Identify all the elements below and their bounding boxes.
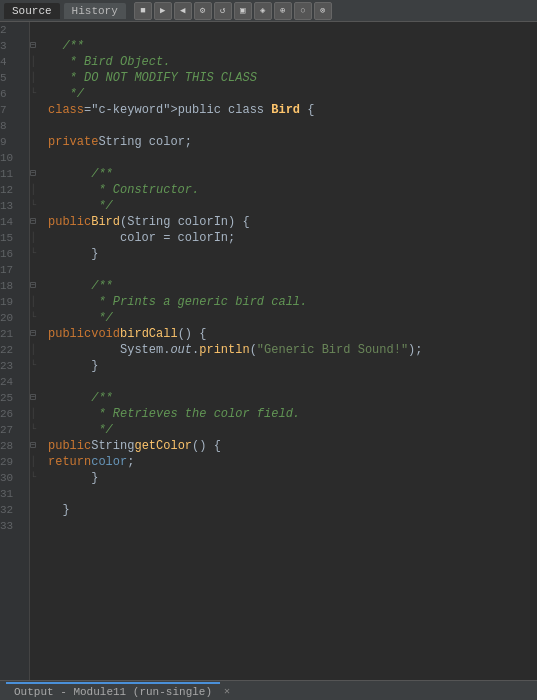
line-number: 24	[0, 374, 23, 390]
fold-marker	[30, 374, 44, 390]
editor-area: 2345678910111213141516171819202122232425…	[0, 22, 537, 680]
line-number: 7	[0, 102, 23, 118]
fold-marker: │	[30, 406, 44, 422]
code-line: color = colorIn;	[48, 230, 537, 246]
bottom-bar: Output - Module11 (run-single) ✕	[0, 680, 537, 700]
code-line	[48, 22, 537, 38]
line-numbers: 2345678910111213141516171819202122232425…	[0, 22, 30, 680]
fold-marker[interactable]: ⊟	[30, 326, 44, 342]
line-number: 17	[0, 262, 23, 278]
line-number: 21	[0, 326, 23, 342]
code-line: class="c-keyword">public class Bird {	[48, 102, 537, 118]
line-number: 30	[0, 470, 23, 486]
code-line: */	[48, 86, 537, 102]
fold-marker: └	[30, 470, 44, 486]
line-number: 25	[0, 390, 23, 406]
fold-marker	[30, 486, 44, 502]
code-line: System.out.println("Generic Bird Sound!"…	[48, 342, 537, 358]
toolbar-btn-7[interactable]: ◈	[254, 2, 272, 20]
fold-marker: └	[30, 310, 44, 326]
toolbar-btn-1[interactable]: ■	[134, 2, 152, 20]
code-line: }	[48, 246, 537, 262]
fold-marker	[30, 102, 44, 118]
fold-marker: └	[30, 358, 44, 374]
fold-marker: │	[30, 342, 44, 358]
line-number: 28	[0, 438, 23, 454]
line-number: 2	[0, 22, 23, 38]
line-number: 15	[0, 230, 23, 246]
code-line: * Prints a generic bird call.	[48, 294, 537, 310]
toolbar-btn-10[interactable]: ⊗	[314, 2, 332, 20]
line-number: 29	[0, 454, 23, 470]
fold-marker	[30, 22, 44, 38]
line-number: 18	[0, 278, 23, 294]
line-number: 11	[0, 166, 23, 182]
history-tab[interactable]: History	[64, 3, 126, 19]
toolbar-btn-5[interactable]: ↺	[214, 2, 232, 20]
source-tab[interactable]: Source	[4, 3, 60, 19]
line-number: 20	[0, 310, 23, 326]
toolbar: Source History ■ ▶ ◀ ⚙ ↺ ▣ ◈ ⊕ ○ ⊗	[0, 0, 537, 22]
code-line	[48, 374, 537, 390]
fold-marker: └	[30, 198, 44, 214]
line-number: 4	[0, 54, 23, 70]
output-tab[interactable]: Output - Module11 (run-single)	[6, 682, 220, 700]
code-line	[48, 150, 537, 166]
fold-marker	[30, 150, 44, 166]
fold-marker: │	[30, 70, 44, 86]
code-line: */	[48, 198, 537, 214]
line-number: 3	[0, 38, 23, 54]
code-content[interactable]: /** * Bird Object. * DO NOT MODIFY THIS …	[44, 22, 537, 680]
fold-marker: └	[30, 246, 44, 262]
fold-marker	[30, 262, 44, 278]
fold-marker: └	[30, 422, 44, 438]
code-line	[48, 486, 537, 502]
fold-marker: │	[30, 454, 44, 470]
code-line: * Retrieves the color field.	[48, 406, 537, 422]
toolbar-btn-2[interactable]: ▶	[154, 2, 172, 20]
line-number: 23	[0, 358, 23, 374]
fold-marker	[30, 502, 44, 518]
line-number: 27	[0, 422, 23, 438]
code-line: public Bird(String colorIn) {	[48, 214, 537, 230]
code-line: */	[48, 422, 537, 438]
line-number: 32	[0, 502, 23, 518]
fold-marker[interactable]: ⊟	[30, 278, 44, 294]
line-number: 6	[0, 86, 23, 102]
line-number: 9	[0, 134, 23, 150]
fold-marker	[30, 118, 44, 134]
fold-marker: │	[30, 230, 44, 246]
fold-marker: │	[30, 294, 44, 310]
code-line: public String getColor() {	[48, 438, 537, 454]
fold-marker[interactable]: ⊟	[30, 38, 44, 54]
line-number: 5	[0, 70, 23, 86]
fold-marker[interactable]: ⊟	[30, 214, 44, 230]
toolbar-icons: ■ ▶ ◀ ⚙ ↺ ▣ ◈ ⊕ ○ ⊗	[134, 2, 332, 20]
fold-marker[interactable]: ⊟	[30, 438, 44, 454]
toolbar-btn-8[interactable]: ⊕	[274, 2, 292, 20]
line-number: 26	[0, 406, 23, 422]
code-line: * Constructor.	[48, 182, 537, 198]
close-icon[interactable]: ✕	[224, 685, 230, 697]
fold-marker[interactable]: ⊟	[30, 166, 44, 182]
fold-marker: └	[30, 86, 44, 102]
line-number: 13	[0, 198, 23, 214]
toolbar-btn-3[interactable]: ◀	[174, 2, 192, 20]
fold-marker	[30, 134, 44, 150]
code-line: }	[48, 470, 537, 486]
code-line: /**	[48, 38, 537, 54]
line-number: 16	[0, 246, 23, 262]
toolbar-btn-4[interactable]: ⚙	[194, 2, 212, 20]
code-line: * DO NOT MODIFY THIS CLASS	[48, 70, 537, 86]
code-line: private String color;	[48, 134, 537, 150]
line-number: 19	[0, 294, 23, 310]
code-line: */	[48, 310, 537, 326]
code-line: /**	[48, 166, 537, 182]
fold-marker[interactable]: ⊟	[30, 390, 44, 406]
code-line: * Bird Object.	[48, 54, 537, 70]
line-number: 31	[0, 486, 23, 502]
toolbar-btn-6[interactable]: ▣	[234, 2, 252, 20]
code-line: /**	[48, 390, 537, 406]
code-line: return color;	[48, 454, 537, 470]
toolbar-btn-9[interactable]: ○	[294, 2, 312, 20]
